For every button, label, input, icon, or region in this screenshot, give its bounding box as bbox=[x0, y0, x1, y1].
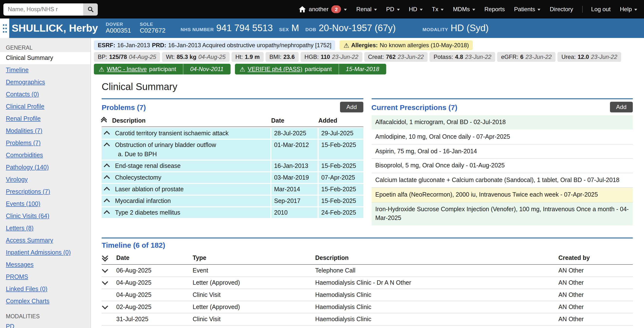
add-problem-button[interactable]: Add bbox=[340, 102, 363, 112]
participation-date: 15-Mar-2018 bbox=[338, 64, 386, 75]
warning-icon: ⚠ bbox=[99, 66, 104, 72]
esrf-prd-chip: ESRF: 16-Jan-2013 PRD: 16-Jan-2013 Acqui… bbox=[94, 40, 336, 50]
stat-chip-ht: Ht:1.9 m bbox=[232, 52, 264, 62]
prescriptions-section: Current Prescriptions (7) Add Alfacalcid… bbox=[371, 98, 633, 226]
participation-link[interactable]: VERIFIE ph4 (PASS) bbox=[248, 66, 302, 73]
sidebar-item-events[interactable]: Events (100) bbox=[0, 198, 90, 210]
nav-reports[interactable]: Reports bbox=[484, 6, 505, 13]
app-root: another 2 Renal PD HD Tx MDMs Reports Pa… bbox=[0, 0, 644, 328]
prescriptions-list: Alfacalcidol, 1 microgram, Oral BD - 02-… bbox=[371, 115, 633, 226]
summary-row-participations: ⚠ WMC - Inactive participant 04-Nov-2011… bbox=[94, 64, 639, 75]
expand-row-icon[interactable] bbox=[102, 279, 108, 285]
sidebar-header-modalities: MODALITIES bbox=[0, 310, 90, 321]
prescription-item: Iron-Hydroxide Sucrose Complex Injection… bbox=[371, 202, 633, 226]
timeline-section: Timeline (6 of 182) Date Type Descriptio… bbox=[102, 237, 633, 328]
problems-table: Description Date Added Carotid territory… bbox=[102, 115, 363, 218]
chevron-down-icon bbox=[374, 9, 377, 11]
timeline-title: Timeline (6 of 182) bbox=[102, 241, 165, 249]
nav-hd[interactable]: HD bbox=[409, 6, 423, 13]
sidebar-item-access-summary[interactable]: Access Summary bbox=[0, 235, 90, 247]
timeline-table: Date Type Description Created by 06-Aug-… bbox=[102, 252, 633, 328]
sidebar-item-modalities[interactable]: Modalities (7) bbox=[0, 125, 90, 137]
sidebar-item-prescriptions[interactable]: Prescriptions (7) bbox=[0, 186, 90, 198]
home-menu[interactable]: another 2 bbox=[299, 5, 347, 13]
collapse-row-icon[interactable] bbox=[104, 210, 110, 216]
problem-row: Type 2 diabetes mellitus 2010 24-Feb-202… bbox=[102, 207, 363, 218]
chevron-down-icon bbox=[397, 9, 400, 11]
timeline-row: 04-Aug-2025 Letter (Approved) Haemodialy… bbox=[102, 277, 633, 289]
drag-handle-icon[interactable] bbox=[2, 23, 7, 33]
collapse-row-icon[interactable] bbox=[104, 187, 110, 193]
nav-pd[interactable]: PD bbox=[386, 6, 400, 13]
prescription-item: Epoetin alfa (NeoRecormon), 2000 iu, Int… bbox=[371, 188, 633, 202]
participation-link[interactable]: WMC - Inactive bbox=[107, 66, 147, 73]
nav-patients[interactable]: Patients bbox=[514, 6, 541, 13]
problems-section: Problems (7) Add Description Date bbox=[102, 98, 363, 218]
nav-renal[interactable]: Renal bbox=[356, 6, 377, 13]
expand-row-icon[interactable] bbox=[102, 303, 108, 309]
problem-row: Carotid territory transient ischaemic at… bbox=[102, 128, 363, 139]
main-content: ESRF: 16-Jan-2013 PRD: 16-Jan-2013 Acqui… bbox=[91, 38, 644, 328]
stat-chip-hgb: HGB:11023-Jun-22 bbox=[300, 52, 362, 62]
patient-id-sole: SOLE C027672 bbox=[140, 22, 166, 35]
participation-date: 04-Nov-2011 bbox=[183, 64, 230, 75]
sidebar-item-clinic-visits[interactable]: Clinic Visits (64) bbox=[0, 210, 90, 222]
sidebar-item-pathology[interactable]: Pathology (140) bbox=[0, 162, 90, 174]
patient-search bbox=[4, 3, 98, 15]
sidebar-item-demographics[interactable]: Demographics bbox=[0, 76, 90, 89]
nav-tx[interactable]: Tx bbox=[432, 6, 444, 13]
add-prescription-button[interactable]: Add bbox=[610, 102, 633, 112]
sidebar-item-linked-files[interactable]: Linked Files (0) bbox=[0, 283, 90, 295]
sidebar-item-proms[interactable]: PROMS bbox=[0, 271, 90, 283]
patient-sex: SEX M bbox=[273, 23, 299, 34]
page-title: Clinical Summary bbox=[102, 81, 633, 93]
sidebar-item-timeline[interactable]: Timeline bbox=[0, 64, 90, 76]
collapse-row-icon[interactable] bbox=[104, 164, 110, 169]
summary-row-observations: BP:125/7804-Aug-25 Wt:85.3 kg04-Aug-25 H… bbox=[94, 52, 639, 62]
nav-menu: another 2 Renal PD HD Tx MDMs Reports Pa… bbox=[299, 5, 637, 13]
collapse-row-icon[interactable] bbox=[104, 143, 110, 148]
summary-row-esrf-allergies: ESRF: 16-Jan-2013 PRD: 16-Jan-2013 Acqui… bbox=[94, 40, 639, 50]
sidebar-item-messages[interactable]: Messages bbox=[0, 259, 90, 271]
sidebar-item-comorbidities[interactable]: Comorbidities bbox=[0, 149, 90, 162]
nav-directory[interactable]: Directory bbox=[550, 6, 573, 13]
sidebar-item-clinical-summary[interactable]: Clinical Summary bbox=[0, 52, 90, 64]
sidebar-item-inpatient-admissions[interactable]: Inpatient Admissions (0) bbox=[0, 247, 90, 259]
sidebar-item-contacts[interactable]: Contacts (0) bbox=[0, 89, 90, 101]
home-icon bbox=[299, 6, 306, 13]
search-input[interactable] bbox=[4, 3, 83, 15]
sidebar-item-clinical-profile[interactable]: Clinical Profile bbox=[0, 101, 90, 113]
collapse-row-icon[interactable] bbox=[104, 131, 110, 137]
prescription-item: Amlodipine, 10 mg, Oral Once daily - 07-… bbox=[371, 130, 633, 145]
prescription-item: Calcium lactate gluconate + Calcium carb… bbox=[371, 173, 633, 188]
timeline-row: 30-Jul-2025 Event Telephone Call AN Othe… bbox=[102, 325, 633, 328]
prescription-item: Alfacalcidol, 1 microgram, Oral BD - 02-… bbox=[371, 115, 633, 130]
patient-modality: MODALITY HD (Syd) bbox=[416, 23, 488, 34]
sidebar-item-complex-charts[interactable]: Complex Charts bbox=[0, 295, 90, 307]
stat-chip-bp: BP:125/7804-Aug-25 bbox=[94, 52, 160, 62]
stat-chip-creat: Creat:76223-Jun-22 bbox=[364, 52, 428, 62]
expand-all-icon[interactable] bbox=[103, 255, 107, 260]
banner-grip-strip bbox=[0, 19, 9, 38]
stat-chip-egfr: eGFR:623-Jun-22 bbox=[497, 52, 556, 62]
sidebar-item-virology[interactable]: Virology bbox=[0, 174, 90, 186]
collapse-row-icon[interactable] bbox=[104, 175, 110, 181]
sidebar-item-renal-profile[interactable]: Renal Profile bbox=[0, 113, 90, 125]
patient-id-dover: DOVER A000351 bbox=[106, 22, 131, 35]
nav-help[interactable]: Help bbox=[620, 6, 637, 13]
search-button[interactable] bbox=[83, 3, 98, 15]
stat-chip-wt: Wt:85.3 kg04-Aug-25 bbox=[162, 52, 230, 62]
sidebar-item-pd[interactable]: PD bbox=[0, 321, 90, 328]
nav-mdms[interactable]: MDMs bbox=[453, 6, 475, 13]
collapse-all-icon[interactable] bbox=[102, 118, 106, 124]
notification-badge: 2 bbox=[332, 5, 341, 13]
sidebar-item-letters[interactable]: Letters (8) bbox=[0, 222, 90, 235]
nav-logout[interactable]: Log out bbox=[582, 6, 611, 13]
sidebar-item-problems[interactable]: Problems (7) bbox=[0, 137, 90, 149]
chevron-down-icon bbox=[538, 9, 541, 11]
expand-row-icon[interactable] bbox=[102, 267, 108, 273]
allergies-chip: ⚠ Allergies: No known allergies (10-May-… bbox=[340, 40, 473, 50]
collapse-row-icon[interactable] bbox=[104, 199, 110, 204]
home-label: another bbox=[309, 6, 328, 13]
patient-banner: SHULLICK, Herby DOVER A000351 SOLE C0276… bbox=[0, 19, 644, 38]
